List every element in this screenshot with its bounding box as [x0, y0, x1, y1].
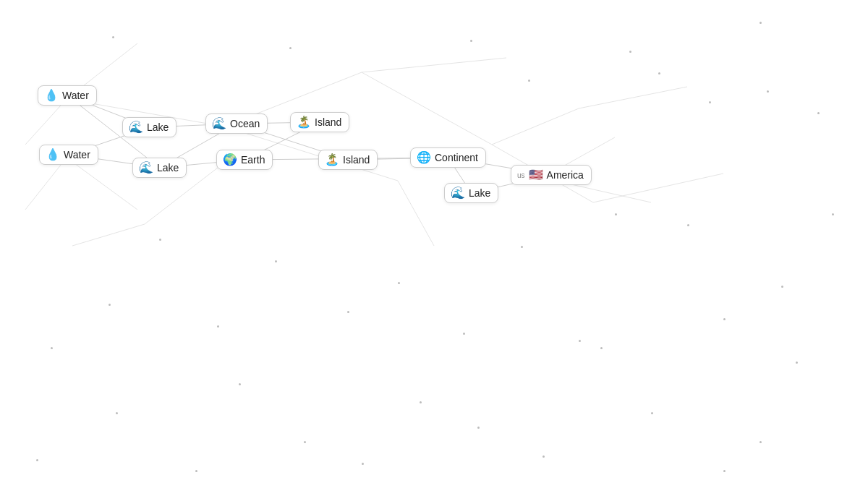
- bg-dot: [109, 304, 111, 306]
- bg-dot: [195, 470, 197, 472]
- bg-dot: [651, 412, 653, 414]
- bg-dot: [723, 470, 726, 472]
- bg-dot: [629, 51, 631, 53]
- node-label: Lake: [147, 121, 169, 133]
- craft-node-earth[interactable]: 🌍Earth: [216, 150, 273, 170]
- craft-node-america[interactable]: us🇺🇸America: [511, 165, 592, 185]
- bg-dot: [600, 347, 603, 349]
- node-emoji: 🌍: [223, 154, 237, 166]
- bg-dot: [112, 36, 114, 38]
- bg-dot: [239, 383, 241, 385]
- node-label: Lake: [469, 187, 490, 199]
- bg-dot: [362, 463, 364, 465]
- craft-node-island2[interactable]: 🏝️Island: [318, 150, 378, 170]
- node-emoji: 🌊: [139, 162, 153, 174]
- bg-connection-line: [25, 99, 67, 145]
- node-label: Ocean: [230, 118, 260, 129]
- bg-dot: [760, 22, 762, 24]
- node-label: Continent: [435, 152, 478, 163]
- node-label: Water: [64, 149, 90, 160]
- node-label: Island: [315, 116, 341, 128]
- bg-dot: [116, 412, 118, 414]
- node-emoji: 🏝️: [297, 116, 311, 128]
- bg-dot: [217, 325, 219, 328]
- bg-dot: [687, 224, 689, 226]
- bg-connection-line: [579, 87, 687, 108]
- node-emoji: 💧: [44, 90, 59, 101]
- bg-dot: [463, 333, 465, 335]
- bg-dot: [36, 459, 38, 461]
- bg-dot: [709, 101, 711, 103]
- bg-connection-line: [362, 72, 492, 145]
- bg-dot: [615, 213, 617, 215]
- node-emoji: 🏝️: [325, 154, 339, 166]
- node-emoji: 🌊: [212, 118, 226, 129]
- node-emoji: 💧: [46, 149, 60, 160]
- node-label: Lake: [157, 162, 179, 174]
- craft-node-water1[interactable]: 💧Water: [38, 85, 97, 106]
- bg-dot: [832, 213, 834, 215]
- bg-dot: [304, 441, 306, 443]
- node-emoji: 🇺🇸: [529, 169, 543, 181]
- craft-node-lake3[interactable]: 🌊Lake: [444, 183, 498, 203]
- bg-dot: [420, 401, 422, 403]
- bg-dot: [51, 347, 53, 349]
- bg-connection-line: [593, 174, 723, 202]
- bg-dot: [817, 112, 820, 114]
- bg-dot: [767, 90, 769, 93]
- bg-connection-line: [362, 58, 506, 72]
- node-label: Water: [62, 90, 89, 101]
- bg-dot: [579, 340, 581, 342]
- bg-connection-line: [25, 158, 67, 210]
- node-emoji: 🌊: [129, 121, 143, 133]
- connections-svg: [0, 0, 868, 488]
- bg-connection-line: [492, 108, 579, 145]
- node-label: Island: [343, 154, 370, 166]
- bg-dot: [542, 455, 545, 458]
- bg-dot: [658, 72, 660, 74]
- bg-dot: [796, 361, 798, 364]
- bg-dot: [760, 441, 762, 443]
- bg-dot: [275, 260, 277, 262]
- craft-node-continent[interactable]: 🌐Continent: [410, 147, 486, 168]
- craft-node-island1[interactable]: 🏝️Island: [290, 112, 349, 132]
- bg-connection-line: [72, 224, 145, 246]
- bg-dot: [398, 282, 400, 284]
- bg-dot: [781, 286, 783, 288]
- node-label: America: [547, 169, 584, 181]
- bg-connection-line: [398, 181, 434, 246]
- node-emoji: 🌐: [417, 152, 431, 163]
- bg-dot: [159, 239, 161, 241]
- bg-dot: [477, 427, 480, 429]
- craft-node-lake2[interactable]: 🌊Lake: [132, 158, 187, 178]
- bg-dot: [289, 47, 292, 49]
- bg-dot: [528, 80, 530, 82]
- bg-dot: [723, 318, 726, 320]
- bg-connection-line: [67, 158, 137, 210]
- node-label: Earth: [241, 154, 265, 166]
- craft-node-ocean[interactable]: 🌊Ocean: [205, 114, 268, 134]
- node-prefix: us: [517, 171, 525, 179]
- node-emoji: 🌊: [451, 187, 465, 199]
- bg-dot: [521, 246, 523, 248]
- bg-dot: [470, 40, 472, 42]
- craft-node-lake1[interactable]: 🌊Lake: [122, 117, 176, 137]
- bg-dot: [347, 311, 349, 313]
- craft-node-water2[interactable]: 💧Water: [39, 145, 98, 165]
